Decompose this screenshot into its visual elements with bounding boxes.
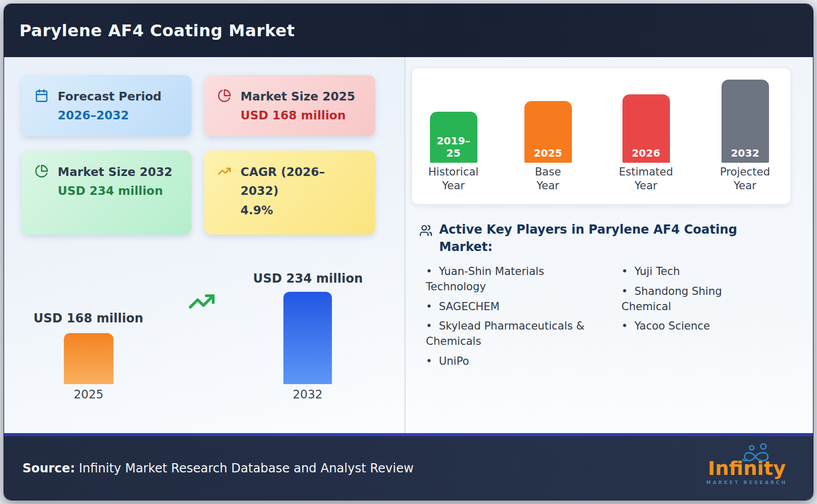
list-item: •Shandong Shing Chemical bbox=[621, 284, 767, 315]
left-panel: Forecast Period 2026–2032 Market Size 20… bbox=[4, 57, 404, 433]
users-icon bbox=[419, 224, 432, 237]
stat-card-label: CAGR (2026–2032) bbox=[241, 163, 340, 201]
footer: Source: Infinity Market Research Databas… bbox=[4, 436, 813, 500]
calendar-icon bbox=[35, 89, 49, 103]
timeline-column-historical: 2019–25 Historical Year bbox=[418, 68, 489, 196]
bullet-icon: • bbox=[426, 300, 432, 313]
pie-chart-icon bbox=[218, 89, 231, 103]
timeline-label-line1: Estimated bbox=[619, 166, 673, 178]
bullet-icon: • bbox=[621, 265, 628, 278]
stat-card-forecast-period: Forecast Period 2026–2032 bbox=[21, 75, 191, 136]
timeline-label-line1: Projected bbox=[720, 166, 770, 178]
timeline-column-base: 2025 Base Year bbox=[512, 68, 584, 196]
player-name: Skylead Pharmaceuticals & Chemicals bbox=[426, 320, 585, 347]
stat-cards: Forecast Period 2026–2032 Market Size 20… bbox=[21, 75, 375, 235]
right-panel: 2019–25 Historical Year 2025 bbox=[405, 57, 813, 433]
stat-card-label: Forecast Period bbox=[58, 87, 161, 106]
stat-card-value: USD 168 million bbox=[241, 106, 355, 125]
key-players-heading-row: Active Key Players in Parylene AF4 Coati… bbox=[419, 221, 770, 256]
player-name: Shandong Shing Chemical bbox=[621, 285, 722, 313]
key-players-list: •Yuan-Shin Materials Technology •SAGECHE… bbox=[426, 264, 767, 374]
infinity-logo: Infinity MARKET RESEARCH bbox=[706, 451, 787, 485]
timeline-bar-year: 2032 bbox=[722, 147, 769, 159]
timeline-label: Estimated Year bbox=[610, 165, 682, 193]
bullet-icon: • bbox=[426, 320, 432, 332]
bar-category-2025: 2025 bbox=[64, 388, 113, 401]
bar-value-label-2032: USD 234 million bbox=[236, 271, 379, 286]
trending-up-icon bbox=[218, 164, 231, 178]
timeline-label-line1: Base bbox=[535, 166, 561, 178]
list-item: •UniPo bbox=[426, 354, 602, 369]
header: Parylene AF4 Coating Market bbox=[4, 4, 813, 57]
bullet-icon: • bbox=[621, 285, 628, 297]
list-item: •Yacoo Science bbox=[621, 319, 767, 334]
timeline-bar-year: 2019–25 bbox=[430, 135, 477, 159]
bullet-icon: • bbox=[426, 265, 432, 278]
source-value: Infinity Market Research Database and An… bbox=[75, 461, 414, 475]
logo-subtitle: MARKET RESEARCH bbox=[706, 480, 787, 485]
source-text: Source: Infinity Market Research Databas… bbox=[22, 461, 414, 475]
trending-up-arrow-icon bbox=[184, 288, 220, 315]
stat-card-value: USD 234 million bbox=[58, 182, 173, 200]
key-players-column-1: •Yuan-Shin Materials Technology •SAGECHE… bbox=[426, 264, 602, 374]
timeline-label: Base Year bbox=[512, 165, 584, 193]
timeline-bar-year: 2026 bbox=[622, 147, 670, 159]
player-name: UniPo bbox=[439, 355, 469, 367]
player-name: Yuji Tech bbox=[634, 265, 680, 278]
stat-card-value: 4.9% bbox=[241, 201, 340, 220]
timeline-bar-estimated: 2026 bbox=[622, 94, 670, 163]
infinity-swirl-icon bbox=[733, 443, 780, 465]
timeline-label-line2: Year bbox=[442, 180, 465, 192]
timeline-label-line2: Year bbox=[734, 180, 756, 192]
main-content: Forecast Period 2026–2032 Market Size 20… bbox=[4, 57, 813, 433]
timeline-bar-year: 2025 bbox=[524, 147, 572, 159]
timeline-label-line2: Year bbox=[635, 180, 657, 192]
bullet-icon: • bbox=[621, 320, 628, 332]
list-item: •Skylead Pharmaceuticals & Chemicals bbox=[426, 319, 602, 349]
stat-card-label: Market Size 2025 bbox=[241, 87, 355, 106]
bar-2032 bbox=[283, 292, 332, 384]
timeline-column-estimated: 2026 Estimated Year bbox=[610, 68, 682, 196]
bar-2025 bbox=[64, 333, 113, 384]
timeline-bar-projected: 2032 bbox=[722, 80, 769, 163]
player-name: SAGECHEM bbox=[439, 300, 499, 313]
pie-chart-icon bbox=[35, 164, 49, 178]
timeline-label: Projected Year bbox=[709, 165, 781, 193]
list-item: •SAGECHEM bbox=[426, 299, 602, 315]
key-players-column-2: •Yuji Tech •Shandong Shing Chemical •Yac… bbox=[621, 264, 767, 374]
stat-card-cagr: CAGR (2026–2032) 4.9% bbox=[204, 150, 375, 235]
player-name: Yacoo Science bbox=[634, 320, 710, 332]
bar-category-2032: 2032 bbox=[283, 388, 332, 401]
bar-value-label-2025: USD 168 million bbox=[17, 311, 160, 325]
page-title: Parylene AF4 Coating Market bbox=[19, 21, 295, 40]
timeline-bar-historical: 2019–25 bbox=[430, 112, 477, 163]
timeline-label-line2: Year bbox=[537, 180, 559, 192]
stat-card-label: Market Size 2032 bbox=[58, 163, 173, 182]
source-label: Source: bbox=[22, 461, 75, 475]
stat-card-value: 2026–2032 bbox=[58, 106, 161, 125]
list-item: •Yuji Tech bbox=[621, 264, 767, 280]
stat-card-market-size-2032: Market Size 2032 USD 234 million bbox=[21, 150, 191, 235]
timeline-bar-base: 2025 bbox=[524, 101, 572, 163]
infographic-root: Parylene AF4 Coating Market Forecast Per… bbox=[4, 4, 813, 500]
list-item: •Yuan-Shin Materials Technology bbox=[426, 264, 602, 295]
key-players-heading: Active Key Players in Parylene AF4 Coati… bbox=[439, 221, 770, 256]
stat-card-market-size-2025: Market Size 2025 USD 168 million bbox=[204, 75, 375, 136]
timeline-label: Historical Year bbox=[418, 165, 489, 193]
timeline-column-projected: 2032 Projected Year bbox=[709, 68, 781, 196]
player-name: Yuan-Shin Materials Technology bbox=[426, 265, 544, 293]
timeline-label-line1: Historical bbox=[428, 166, 478, 178]
bullet-icon: • bbox=[426, 355, 432, 367]
timeline-card: 2019–25 Historical Year 2025 bbox=[412, 68, 791, 205]
